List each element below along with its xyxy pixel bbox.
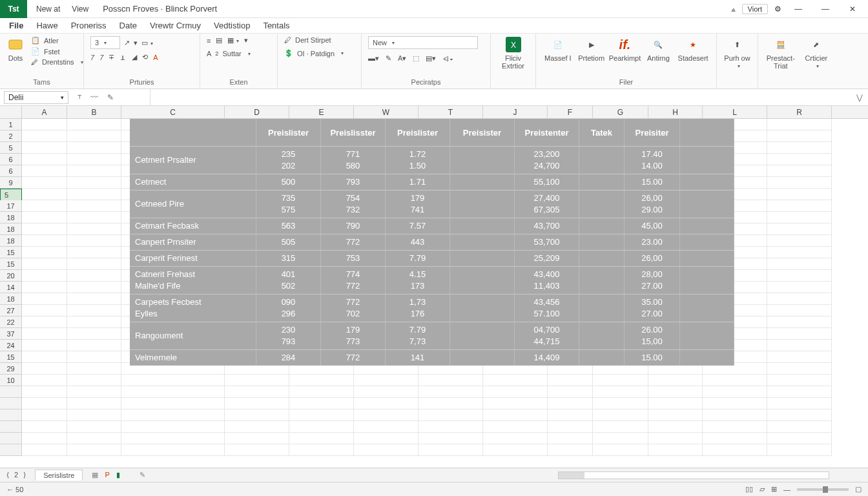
- column-header[interactable]: R: [767, 106, 832, 118]
- fx-icon[interactable]: ⸆: [78, 93, 81, 102]
- cell[interactable]: [767, 189, 832, 200]
- table-cell[interactable]: [450, 322, 515, 349]
- cell[interactable]: [767, 316, 832, 328]
- app-badge[interactable]: Tst: [0, 0, 27, 18]
- clipboard-item[interactable]: 📋 Atler: [31, 36, 83, 45]
- row-header[interactable]: 20: [0, 270, 22, 282]
- table-cell[interactable]: [680, 174, 734, 190]
- sparkline-icon[interactable]: 〰: [90, 93, 98, 102]
- row-header[interactable]: 24: [0, 340, 22, 351]
- zoom-in-icon[interactable]: ▢: [855, 485, 862, 493]
- cell[interactable]: [67, 142, 121, 154]
- column-header[interactable]: F: [548, 106, 593, 118]
- cell[interactable]: [22, 351, 67, 363]
- table-cell[interactable]: 1,73176: [386, 294, 450, 322]
- zoom-out-icon[interactable]: —: [783, 486, 790, 493]
- table-row-label[interactable]: Rangoument: [130, 322, 256, 349]
- table-cell[interactable]: 771580: [321, 147, 386, 174]
- table-row-label[interactable]: Carperit Ferinest: [130, 251, 256, 266]
- pattern-button[interactable]: 💲 OI · Patdign: [284, 49, 344, 57]
- table-cell[interactable]: [450, 350, 515, 366]
- table-cell[interactable]: 090296: [256, 294, 321, 322]
- cell[interactable]: [225, 375, 289, 386]
- row-header[interactable]: 15: [0, 247, 22, 258]
- cell[interactable]: [22, 258, 67, 270]
- row-header[interactable]: 2: [0, 130, 22, 142]
- filer-item[interactable]: ▶Prtetiom: [576, 36, 607, 62]
- column-header[interactable]: G: [593, 106, 648, 118]
- cell[interactable]: [22, 282, 67, 293]
- suttar-button[interactable]: A2 Suttar: [207, 50, 251, 57]
- share-icon[interactable]: ⟁: [731, 5, 736, 14]
- table-cell[interactable]: 774772: [321, 267, 386, 294]
- cell[interactable]: [22, 165, 67, 177]
- qat-item[interactable]: New at: [36, 5, 60, 14]
- table-cell[interactable]: 23.00: [625, 234, 680, 250]
- table-cell[interactable]: 14,409: [515, 350, 579, 366]
- table-cell[interactable]: 15.00: [625, 350, 680, 366]
- row-header[interactable]: 9: [0, 177, 22, 189]
- table-cell[interactable]: 1.71: [386, 174, 450, 190]
- row-header[interactable]: 15: [0, 351, 22, 363]
- table-cell[interactable]: 772: [321, 234, 386, 250]
- cell[interactable]: [67, 235, 121, 247]
- menu-tab[interactable]: Proneriss: [71, 21, 107, 30]
- cell[interactable]: [67, 351, 121, 363]
- indent-icon[interactable]: ▤▾: [426, 54, 436, 63]
- cell[interactable]: [67, 130, 121, 142]
- sheet-nav-prev[interactable]: ⟨: [6, 471, 9, 479]
- cell[interactable]: [67, 305, 121, 316]
- table-cell[interactable]: 43,40011,403: [515, 267, 579, 294]
- cell[interactable]: [67, 247, 121, 258]
- table-cell[interactable]: [450, 234, 515, 250]
- table-cell[interactable]: 43,45657.100: [515, 294, 579, 322]
- dert-button[interactable]: 🖊 Dert Stirpet: [284, 36, 344, 44]
- cell[interactable]: [22, 375, 67, 386]
- table-cell[interactable]: 27,40067,305: [515, 191, 579, 218]
- table-cell[interactable]: 26,00: [625, 251, 680, 266]
- row-header[interactable]: 6: [0, 165, 22, 177]
- row-header[interactable]: 18: [0, 212, 22, 223]
- cell[interactable]: [767, 119, 832, 130]
- italic-icon[interactable]: 7: [90, 54, 94, 61]
- maximize-button[interactable]: —: [815, 1, 836, 17]
- cell[interactable]: [767, 212, 832, 223]
- align-right-icon[interactable]: ▦: [227, 36, 239, 45]
- sheet-icon[interactable]: ▮: [116, 471, 120, 479]
- row-header[interactable]: 18: [0, 293, 22, 305]
- filer-item[interactable]: if.Pearkimpt: [610, 36, 641, 62]
- cell[interactable]: [22, 270, 67, 282]
- cell[interactable]: [67, 200, 121, 212]
- table-cell[interactable]: 179741: [386, 191, 450, 218]
- table-cell[interactable]: [450, 191, 515, 218]
- table-cell[interactable]: [450, 251, 515, 266]
- table-row-label[interactable]: Canpert Prnsiter: [130, 234, 256, 250]
- row-header[interactable]: 22: [0, 316, 22, 328]
- cell[interactable]: [767, 328, 832, 340]
- table-row-label[interactable]: Catnerit FrehastMalhe'd Fife: [130, 267, 256, 294]
- row-header[interactable]: 18: [0, 223, 22, 235]
- cell[interactable]: [289, 375, 354, 386]
- font-size-select[interactable]: 3: [90, 36, 120, 49]
- cell[interactable]: [22, 223, 67, 235]
- close-button[interactable]: ✕: [842, 1, 863, 17]
- cell[interactable]: [767, 363, 832, 375]
- table-cell[interactable]: 55,100: [515, 174, 579, 190]
- table-cell[interactable]: [680, 251, 734, 266]
- menu-tab[interactable]: Tentals: [263, 21, 289, 30]
- cell[interactable]: [22, 154, 67, 165]
- row-header[interactable]: 27: [0, 305, 22, 316]
- row-header[interactable]: 6: [0, 154, 22, 165]
- table-cell[interactable]: 754732: [321, 191, 386, 218]
- table-row-label[interactable]: Cetmert Prsalter: [130, 147, 256, 174]
- cell[interactable]: [648, 375, 703, 386]
- sheet-add-icon[interactable]: ✎: [140, 471, 145, 479]
- table-cell[interactable]: 563: [256, 218, 321, 234]
- align-left-icon[interactable]: ≡: [207, 37, 211, 45]
- name-box[interactable]: Delii▾: [4, 91, 68, 104]
- cell[interactable]: [67, 282, 121, 293]
- table-cell[interactable]: 753: [321, 251, 386, 266]
- table-row-label[interactable]: Cetmart Fecbask: [130, 218, 256, 234]
- expand-formula-icon[interactable]: ⋁: [851, 93, 868, 102]
- cell[interactable]: [22, 130, 67, 142]
